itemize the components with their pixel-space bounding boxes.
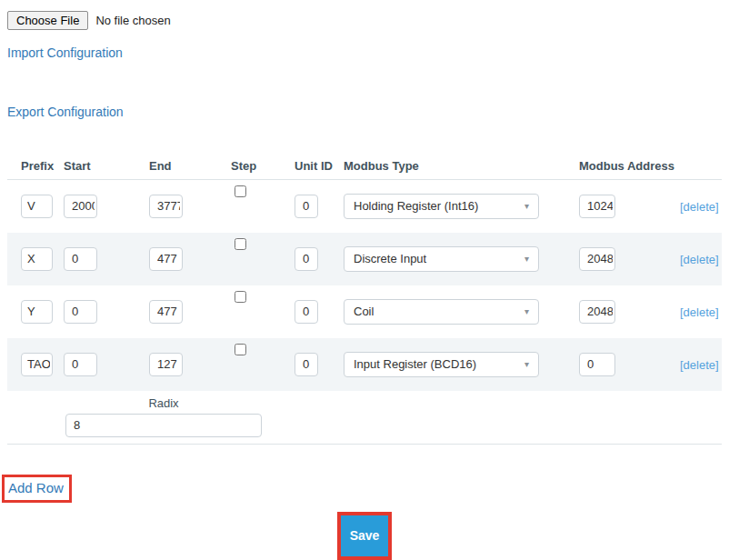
chevron-down-icon: ▾	[524, 254, 529, 264]
header-prefix: Prefix	[7, 159, 56, 180]
step-checkbox[interactable]	[235, 238, 246, 250]
modbus-address-input[interactable]	[579, 300, 615, 324]
header-modbus-address: Modbus Address	[572, 159, 673, 180]
radix-label: Radix	[65, 396, 262, 410]
file-upload-row: Choose File No file chosen	[7, 11, 722, 30]
import-configuration-link[interactable]: Import Configuration	[7, 45, 123, 60]
step-checkbox[interactable]	[235, 185, 246, 197]
prefix-input[interactable]	[21, 195, 53, 218]
save-section: Save	[7, 512, 722, 560]
table-row: Coil ▾ [delete]	[7, 285, 722, 338]
header-start: Start	[56, 159, 142, 180]
modbus-type-select[interactable]: Holding Register (Int16) ▾	[344, 194, 539, 219]
delete-row-link[interactable]: [delete]	[680, 200, 719, 214]
export-configuration-row: Export Configuration	[7, 104, 722, 120]
modbus-type-selected-value: Input Register (BCD16)	[354, 357, 476, 371]
header-modbus-type: Modbus Type	[336, 159, 572, 180]
delete-row-link[interactable]: [delete]	[680, 305, 719, 319]
table-row: Discrete Input ▾ [delete]	[7, 233, 722, 285]
start-input[interactable]	[64, 247, 97, 271]
delete-row-link[interactable]: [delete]	[680, 253, 719, 266]
chevron-down-icon: ▾	[524, 359, 529, 369]
add-row-annotation-box: Add Row	[2, 475, 72, 503]
table-row: Holding Register (Int16) ▾ [delete]	[7, 180, 722, 233]
unit-id-input[interactable]	[295, 195, 318, 218]
modbus-type-selected-value: Discrete Input	[354, 252, 426, 265]
delete-row-link[interactable]: [delete]	[680, 358, 719, 372]
import-configuration-row: Import Configuration	[7, 45, 722, 61]
table-header-row: Prefix Start End Step Unit ID Modbus Typ…	[7, 159, 722, 180]
add-row-section: Add Row	[7, 475, 722, 503]
end-input[interactable]	[149, 353, 183, 376]
export-configuration-link[interactable]: Export Configuration	[7, 105, 124, 119]
prefix-input[interactable]	[21, 247, 53, 271]
chevron-down-icon: ▾	[524, 306, 529, 316]
modbus-type-select[interactable]: Coil ▾	[344, 299, 539, 325]
start-input[interactable]	[64, 353, 97, 376]
unit-id-input[interactable]	[295, 247, 318, 271]
end-input[interactable]	[149, 247, 183, 271]
modbus-configuration-table: Prefix Start End Step Unit ID Modbus Typ…	[7, 159, 722, 445]
configuration-page: Choose File No file chosen Import Config…	[0, 0, 729, 560]
step-checkbox[interactable]	[235, 344, 246, 355]
modbus-address-input[interactable]	[579, 247, 615, 271]
modbus-type-select[interactable]: Input Register (BCD16) ▾	[344, 352, 539, 377]
radix-row: Radix	[7, 391, 722, 445]
modbus-type-select[interactable]: Discrete Input ▾	[344, 246, 539, 272]
file-chosen-status: No file chosen	[95, 14, 170, 27]
step-checkbox[interactable]	[235, 291, 246, 303]
header-actions	[673, 159, 722, 180]
chevron-down-icon: ▾	[524, 201, 529, 211]
end-input[interactable]	[149, 195, 183, 218]
end-input[interactable]	[149, 300, 183, 324]
prefix-input[interactable]	[21, 353, 53, 376]
unit-id-input[interactable]	[295, 353, 318, 376]
modbus-type-selected-value: Coil	[354, 305, 374, 318]
save-button[interactable]: Save	[341, 515, 388, 556]
header-end: End	[142, 159, 224, 180]
modbus-type-selected-value: Holding Register (Int16)	[354, 199, 478, 213]
choose-file-button[interactable]: Choose File	[7, 11, 88, 30]
add-row-link[interactable]: Add Row	[8, 480, 64, 495]
radix-input[interactable]	[65, 414, 262, 437]
prefix-input[interactable]	[21, 300, 53, 324]
table-row: Input Register (BCD16) ▾ [delete]	[7, 338, 722, 391]
modbus-address-input[interactable]	[579, 353, 615, 376]
header-step: Step	[224, 159, 287, 180]
start-input[interactable]	[64, 300, 97, 324]
modbus-address-input[interactable]	[579, 195, 615, 218]
header-unit-id: Unit ID	[287, 159, 336, 180]
unit-id-input[interactable]	[295, 300, 318, 324]
save-annotation-box: Save	[337, 512, 392, 560]
start-input[interactable]	[64, 195, 97, 218]
